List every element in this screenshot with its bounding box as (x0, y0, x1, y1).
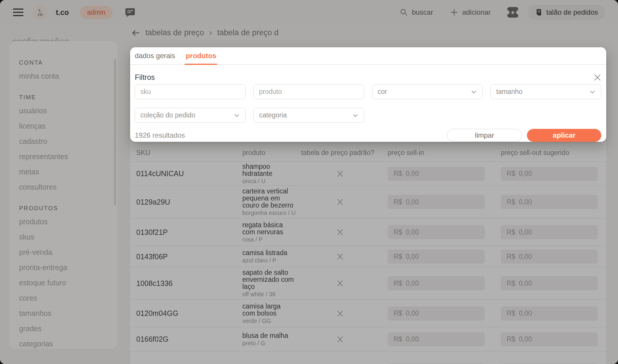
table-row: 0130f21P regata básica com nervuras rosa… (130, 218, 606, 246)
select-placeholder: categoria (259, 111, 287, 119)
filter-input-sku[interactable] (135, 84, 246, 99)
not-default-x-icon[interactable] (336, 228, 344, 236)
table-row: 0129a29U carteira vertical pequena em co… (130, 186, 606, 218)
sell-out-price-field[interactable]: R$0,00 (501, 306, 598, 321)
results-count: 1926 resultados (135, 131, 185, 139)
sidebar-item-cores[interactable]: cores (19, 294, 117, 302)
chat-icon[interactable] (125, 7, 135, 18)
sell-in-price-field[interactable]: R$0,00 (388, 225, 485, 239)
filters-panel: dados gerais produtos Filtros cortamanho… (130, 47, 606, 142)
sell-out-price-field[interactable]: R$0,00 (501, 250, 598, 264)
sidebar-item-pronta-entrega[interactable]: pronta-entrega (19, 263, 117, 272)
order-pad-button[interactable]: talão de pedidos (528, 5, 605, 20)
row-product-name: shampoo hidratante (242, 163, 301, 177)
not-default-x-icon[interactable] (336, 198, 344, 206)
sell-in-price-field[interactable]: R$0,00 (388, 306, 485, 321)
add-button[interactable]: adicionar (450, 8, 491, 16)
sell-out-price-field[interactable]: R$0,00 (501, 225, 598, 239)
sidebar-scrollbar[interactable] (114, 59, 116, 205)
currency-label: R$ (394, 198, 402, 206)
sidebar-item-cadastro[interactable]: cadastro (19, 137, 117, 146)
apply-button[interactable]: aplicar (527, 129, 601, 142)
plus-icon (450, 8, 458, 16)
breadcrumb-separator: › (209, 28, 212, 37)
filter-select-categoria[interactable]: categoria (253, 108, 364, 123)
not-default-x-icon[interactable] (336, 253, 344, 260)
clear-button[interactable]: limpar (447, 129, 522, 142)
add-label: adicionar (462, 8, 491, 16)
price-value: 0,00 (519, 198, 532, 206)
sell-in-price-field[interactable]: R$0,00 (388, 332, 485, 346)
tab-dados-gerais[interactable]: dados gerais (135, 47, 175, 64)
not-default-x-icon[interactable] (336, 336, 344, 343)
currency-label: R$ (394, 228, 402, 236)
sidebar-item-usuarios[interactable]: usuários (19, 106, 117, 115)
search-icon (400, 8, 408, 16)
sidebar-item-consultores[interactable]: consultores (19, 183, 117, 191)
column-header-padrao: tabela de preço padrão? (301, 149, 379, 157)
breadcrumb: tabelas de preço › tabela de preço d (131, 28, 278, 37)
select-placeholder: coleção do pedido (140, 111, 195, 119)
back-arrow-icon[interactable] (131, 28, 140, 37)
sidebar-item-skus[interactable]: skus (19, 232, 117, 241)
topbar: t. co t.co admin buscar adicionar ★ (0, 0, 618, 25)
price-value: 0,00 (406, 253, 419, 261)
table-row: 0166f02G blusa de malha preto / G R$0,00… (130, 327, 606, 351)
not-default-x-icon[interactable] (336, 310, 344, 317)
sidebar-item-estoque-futuro[interactable]: estoque futuro (19, 278, 117, 287)
column-header-sku: SKU (136, 149, 242, 157)
tab-bar: dados gerais produtos (130, 47, 606, 65)
app-window: t. co t.co admin buscar adicionar ★ (0, 0, 618, 364)
sell-in-price-field[interactable]: R$0,00 (388, 250, 485, 264)
close-icon[interactable] (594, 74, 601, 81)
column-header-sell-in: preço sell-in (379, 149, 492, 157)
order-pad-label: talão de pedidos (546, 8, 598, 16)
sidebar-item-minha-conta[interactable]: minha conta (19, 72, 117, 80)
sell-in-price-field[interactable]: R$0,00 (388, 167, 485, 181)
filter-select-tamanho[interactable]: tamanho (491, 84, 601, 99)
currency-label: R$ (507, 279, 515, 287)
table-header-row: SKU produto tabela de preço padrão? preç… (130, 144, 606, 162)
sell-out-price-field[interactable]: R$0,00 (501, 276, 598, 290)
row-sku: 0129a29U (136, 198, 242, 206)
row-product-variant: preto / G (242, 340, 301, 347)
settings-sidebar: configurações CONTAminha contaTIMEusuári… (0, 25, 123, 364)
filter-select-colecao-do-pedido[interactable]: coleção do pedido (135, 108, 246, 123)
sidebar-item-metas[interactable]: metas (19, 167, 117, 176)
row-sku: 0120m04GG (136, 309, 242, 318)
row-product-variant: única / U (242, 178, 301, 185)
sidebar-item-licencas[interactable]: licenças (19, 122, 117, 130)
brand-avatar[interactable]: t. co (32, 5, 48, 20)
chevron-down-icon (234, 112, 240, 119)
row-product-variant: verde / GG (242, 318, 301, 324)
sidebar-item-representantes[interactable]: representantes (19, 152, 117, 161)
search-button[interactable]: buscar (400, 8, 433, 16)
filter-input-produto[interactable] (253, 84, 364, 99)
price-value: 0,00 (406, 198, 419, 206)
select-placeholder: tamanho (496, 88, 523, 96)
sell-out-price-field[interactable]: R$0,00 (501, 195, 598, 209)
table-row: 0120m04GG camisa larga com bolsos verde … (130, 300, 606, 327)
sidebar-item-pre-venda[interactable]: pré-venda (19, 248, 117, 257)
filter-select-cor[interactable]: cor (372, 84, 483, 99)
sell-out-price-field[interactable]: R$0,00 (501, 167, 598, 181)
currency-label: R$ (394, 170, 402, 178)
favorites-star-icon[interactable]: ★ (507, 7, 518, 18)
select-placeholder: cor (378, 88, 387, 96)
not-default-x-icon[interactable] (336, 279, 344, 287)
sell-out-price-field[interactable]: R$0,00 (501, 332, 598, 346)
tab-produtos[interactable]: produtos (186, 47, 216, 64)
sell-in-price-field[interactable]: R$0,00 (388, 195, 485, 209)
sell-in-price-field[interactable]: R$0,00 (388, 276, 485, 290)
not-default-x-icon[interactable] (336, 170, 344, 178)
chevron-down-icon (352, 112, 359, 119)
breadcrumb-parent[interactable]: tabelas de preço (145, 28, 204, 37)
row-sku: 1008c1336 (136, 279, 242, 288)
sidebar-item-tamanhos[interactable]: tamanhos (19, 309, 117, 318)
sidebar-item-categorias[interactable]: categorias (19, 339, 117, 348)
sidebar-item-grades[interactable]: grades (19, 324, 117, 333)
column-header-produto: produto (242, 149, 301, 157)
sidebar-item-produtos[interactable]: produtos (19, 217, 117, 226)
menu-icon[interactable] (13, 9, 23, 16)
brand-logo-line2: co (38, 12, 43, 16)
